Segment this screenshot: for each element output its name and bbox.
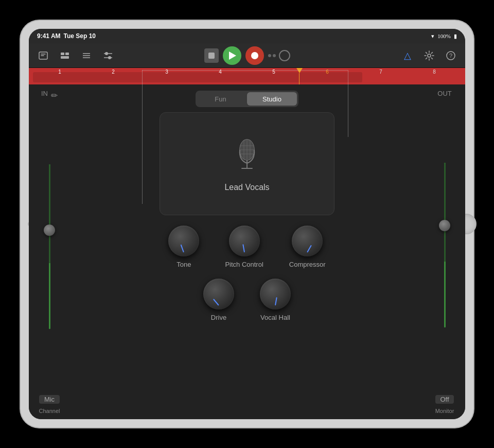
- status-left: 9:41 AM Tue Sep 10: [37, 32, 96, 40]
- metronome-dots: [268, 54, 276, 57]
- tone-knob[interactable]: [168, 226, 199, 256]
- in-slider-track: [49, 164, 50, 329]
- ruler-mark-1: 1: [58, 69, 61, 75]
- out-slider[interactable]: [438, 101, 451, 389]
- microphone-icon: [232, 135, 262, 177]
- in-channel-label: Channel: [39, 408, 60, 414]
- ruler-mark-7: 7: [379, 69, 382, 75]
- battery-icon: 100%: [437, 33, 451, 39]
- svg-rect-3: [61, 56, 69, 59]
- svg-point-10: [108, 56, 111, 59]
- svg-point-11: [428, 54, 431, 57]
- svg-point-8: [105, 52, 108, 55]
- toolbar-left: [35, 47, 200, 64]
- pitch-control-knob[interactable]: [229, 226, 260, 256]
- status-time: 9:41 AM: [37, 32, 61, 40]
- pitch-indicator: [242, 244, 245, 252]
- ruler-mark-8: 8: [433, 69, 436, 75]
- settings-button[interactable]: [421, 47, 437, 64]
- status-bar: 9:41 AM Tue Sep 10 ▾ 100% ▮: [29, 29, 465, 43]
- toolbar: △ ?: [29, 43, 465, 68]
- play-button[interactable]: [223, 46, 241, 65]
- instrument-name: Lead Vocals: [224, 183, 269, 192]
- compressor-knob-group: Compressor: [289, 226, 326, 268]
- record-button[interactable]: [245, 46, 264, 65]
- out-label: OUT: [437, 90, 451, 97]
- studio-mode-button[interactable]: Studio: [247, 92, 297, 106]
- tracks-button[interactable]: [57, 47, 73, 64]
- drive-knob[interactable]: [203, 279, 234, 309]
- out-monitor-label: Monitor: [435, 408, 454, 414]
- logo-triangle-icon: △: [404, 50, 411, 61]
- fun-mode-button[interactable]: Fun: [196, 91, 245, 107]
- drive-label: Drive: [211, 314, 226, 321]
- in-slider-dark: [49, 164, 50, 263]
- playhead-triangle: [296, 68, 303, 73]
- stop-button[interactable]: [204, 48, 219, 63]
- drive-knob-group: Drive: [203, 279, 234, 321]
- ipad-screen: 9:41 AM Tue Sep 10 ▾ 100% ▮: [29, 29, 465, 419]
- tone-knob-group: Tone: [168, 226, 199, 268]
- compressor-knob[interactable]: [292, 226, 323, 256]
- pitch-control-knob-group: Pitch Control: [225, 226, 263, 268]
- play-icon: [229, 51, 236, 60]
- eq-button[interactable]: [100, 47, 116, 64]
- metronome-icon[interactable]: [279, 50, 290, 61]
- new-track-button[interactable]: [35, 47, 51, 64]
- mode-toggle[interactable]: Fun Studio: [196, 91, 298, 107]
- in-slider-thumb[interactable]: [44, 225, 55, 236]
- ruler-mark-2: 2: [112, 69, 115, 75]
- knobs-row-2: Drive Vocal Hall: [203, 279, 291, 321]
- in-slider[interactable]: [43, 105, 56, 389]
- svg-rect-1: [61, 53, 64, 55]
- compressor-label: Compressor: [289, 261, 326, 268]
- center-panel: Fun Studio: [70, 84, 424, 419]
- in-label: IN: [41, 90, 48, 97]
- status-right: ▾ 100% ▮: [431, 33, 457, 40]
- ipad-frame: 9:41 AM Tue Sep 10 ▾ 100% ▮: [21, 21, 473, 427]
- instrument-display: Lead Vocals: [160, 112, 334, 215]
- compressor-indicator: [307, 245, 312, 253]
- metronome-dot: [268, 54, 271, 57]
- out-monitor-value[interactable]: Off: [435, 395, 454, 404]
- in-channel-value[interactable]: Mic: [39, 395, 60, 404]
- playhead-line: [299, 73, 299, 84]
- main-content: IN ✏ Mic Channel Fun: [29, 84, 465, 419]
- transport-controls: [204, 46, 290, 65]
- vocal-hall-knob[interactable]: [260, 279, 291, 309]
- svg-rect-2: [65, 53, 69, 55]
- status-date: Tue Sep 10: [64, 32, 96, 40]
- metronome-dot: [273, 54, 276, 57]
- vocal-hall-indicator: [275, 297, 277, 305]
- tone-indicator: [181, 245, 184, 253]
- wifi-icon: ▾: [431, 33, 434, 40]
- in-panel: IN ✏ Mic Channel: [29, 84, 70, 419]
- toolbar-right: △ ?: [294, 47, 460, 64]
- out-slider-dark: [444, 163, 446, 262]
- out-slider-track: [444, 163, 446, 328]
- knobs-row-1: Tone Pitch Control Compressor: [168, 226, 325, 268]
- help-button[interactable]: ?: [443, 47, 459, 64]
- vocal-hall-knob-group: Vocal Hall: [260, 279, 291, 321]
- svg-text:?: ?: [449, 53, 452, 59]
- logo-button[interactable]: △: [399, 47, 416, 64]
- vocal-hall-label: Vocal Hall: [260, 314, 290, 321]
- stop-icon: [208, 53, 215, 59]
- list-button[interactable]: [78, 47, 95, 64]
- annotation-line-top: [142, 70, 348, 71]
- drive-indicator: [213, 299, 219, 306]
- out-slider-thumb[interactable]: [439, 220, 450, 231]
- pitch-control-label: Pitch Control: [225, 261, 263, 268]
- metronome-area: [268, 50, 290, 61]
- pencil-icon: ✏: [51, 91, 58, 100]
- record-icon: [251, 52, 258, 59]
- battery-full-icon: ▮: [454, 33, 457, 40]
- out-panel: OUT Off Monitor: [424, 84, 465, 419]
- tone-label: Tone: [177, 261, 191, 268]
